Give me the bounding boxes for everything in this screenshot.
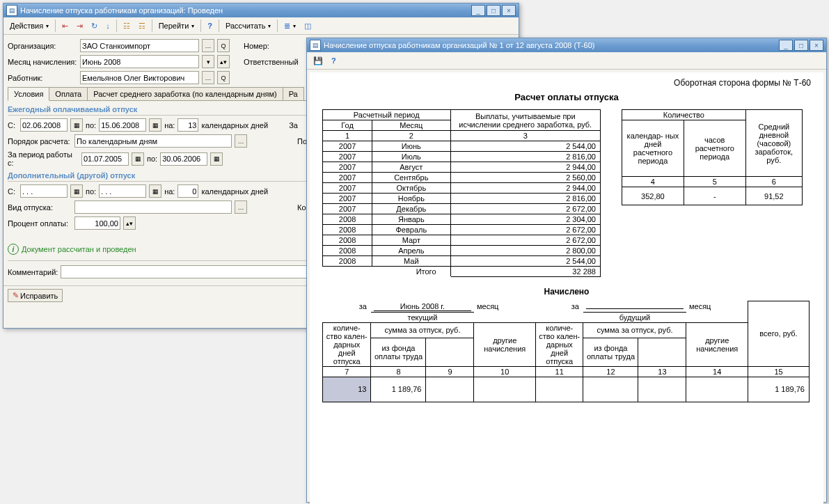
num-label: Номер: (244, 42, 271, 50)
report-title: Расчет оплаты отпуска (322, 92, 811, 102)
pct-input[interactable] (74, 216, 120, 230)
t1-total: 32 288 (450, 267, 601, 277)
goto-menu[interactable]: Перейти▾ (155, 18, 198, 33)
t1-h1: Расчетный период (323, 110, 451, 120)
emp-label: Работник: (8, 74, 77, 82)
emp-select-button[interactable]: … (202, 71, 214, 84)
month-label: Месяц начисления: (8, 58, 77, 66)
date-from2-input[interactable] (20, 184, 68, 198)
window-icon: ▤ (6, 5, 17, 16)
pct-spin-button[interactable]: ▴▾ (123, 216, 136, 230)
period-from-cal-icon[interactable]: ▦ (132, 152, 144, 166)
report-header: Оборотная сторона формы № Т-60 (322, 78, 811, 88)
emp-open-button[interactable]: Q (217, 71, 230, 84)
t2-h1: календар- ных дней расчетного периода (622, 120, 684, 177)
refresh-icon[interactable]: ↻ (88, 18, 101, 33)
list-icon[interactable]: ≣▾ (281, 18, 299, 33)
form-icon[interactable]: ◫ (301, 18, 315, 33)
pct-label: Процент оплаты: (8, 219, 72, 228)
days2-unit-label: календарных дней (201, 187, 268, 196)
period-from-input[interactable] (81, 152, 129, 166)
acc-total-h: всего, руб. (748, 301, 810, 367)
report-minimize-button[interactable]: _ (779, 40, 793, 51)
org-open-button[interactable]: Q (217, 39, 230, 52)
post-icon[interactable]: ↓ (102, 18, 113, 33)
close-button[interactable]: × (502, 5, 516, 16)
save-icon[interactable]: 💾 (310, 53, 326, 68)
actions-menu[interactable]: Действия▾ (6, 18, 52, 33)
accrued-table: за Июнь 2008 г. месяц за месяц всего, ру… (322, 301, 810, 402)
type-label: Вид отпуска: (8, 203, 72, 212)
minimize-button[interactable]: _ (471, 5, 485, 16)
za-label: За (289, 121, 298, 129)
days-input[interactable] (177, 118, 198, 132)
comment-label: Комментарий: (8, 268, 58, 276)
report-toolbar: 💾 ? (307, 52, 826, 70)
report-close-button[interactable]: × (810, 40, 823, 51)
org-select-button[interactable]: … (202, 39, 214, 52)
type-input[interactable] (74, 200, 232, 214)
date-from-input[interactable] (20, 118, 68, 132)
period-to-cal-icon[interactable]: ▦ (210, 152, 223, 166)
org-label: Организация: (8, 42, 77, 50)
date-to-input[interactable] (99, 118, 146, 132)
report-body: Оборотная сторона формы № Т-60 Расчет оп… (310, 72, 823, 504)
org-input[interactable] (80, 39, 199, 52)
date-to2-cal-icon[interactable]: ▦ (149, 184, 161, 198)
t1-h2: Выплаты, учитываемые при исчислении сред… (450, 110, 601, 131)
to2-label: по: (86, 187, 96, 196)
t1-year-h: Год (323, 120, 372, 131)
period-to-input[interactable] (160, 152, 207, 166)
report-window: ▤ Начисление отпуска работникам организа… (306, 38, 827, 503)
on-label: на: (164, 121, 175, 129)
report-window-title: Начисление отпуска работникам организаци… (324, 41, 779, 49)
from2-label: С: (8, 187, 17, 196)
structure-icon[interactable]: ☷ (120, 18, 134, 33)
tab-avg[interactable]: Расчет среднего заработка (по календарны… (87, 87, 283, 100)
period-label: За период работы с: (8, 150, 79, 167)
t1-month-h: Месяц (372, 120, 450, 131)
qty-table: Количество Средний дневной (часовой) зар… (622, 109, 803, 205)
t1-total-label: Итого (323, 267, 451, 277)
month-spin-button[interactable]: ▴▾ (217, 55, 230, 68)
month-input[interactable] (80, 55, 199, 68)
order-label: Порядок расчета: (8, 137, 72, 145)
fix-button[interactable]: ✎Исправить (8, 289, 63, 302)
type-select-button[interactable]: … (235, 200, 247, 214)
report-window-icon: ▤ (310, 40, 321, 51)
date-from-cal-icon[interactable]: ▦ (70, 118, 83, 132)
window-title: Начисление отпуска работникам организаци… (20, 6, 471, 15)
status-text: Документ рассчитан и проведен (22, 245, 136, 253)
back-icon[interactable]: ⇤ (58, 18, 72, 33)
month-dd-button[interactable]: ▾ (202, 55, 214, 68)
days-unit-label: календарных дней (201, 121, 268, 129)
tree-icon[interactable]: ☶ (135, 18, 149, 33)
tab-conditions[interactable]: Условия (8, 87, 49, 101)
calc-menu[interactable]: Рассчитать▾ (222, 18, 274, 33)
period-to-label: по: (147, 155, 157, 163)
maximize-button[interactable]: □ (487, 5, 500, 16)
order-select-button[interactable]: … (235, 134, 247, 148)
tab-more[interactable]: Ра (283, 87, 304, 100)
resp-label: Ответственный (244, 58, 306, 66)
forward-icon[interactable]: ⇥ (73, 18, 86, 33)
t2-h3: Средний дневной (часовой) заработок, руб… (745, 110, 802, 177)
accrued-title: Начислено (322, 287, 811, 297)
days2-input[interactable] (177, 184, 198, 198)
from-label: С: (8, 121, 17, 129)
order-input[interactable] (74, 134, 232, 148)
date-from2-cal-icon[interactable]: ▦ (70, 184, 83, 198)
emp-input[interactable] (80, 71, 199, 84)
date-to2-input[interactable] (99, 184, 146, 198)
date-to-cal-icon[interactable]: ▦ (149, 118, 161, 132)
t2-h: Количество (622, 110, 746, 120)
on2-label: на: (164, 187, 175, 196)
report-maximize-button[interactable]: □ (794, 40, 808, 51)
toolbar: Действия▾ ⇤ ⇥ ↻ ↓ ☷ ☶ Перейти▾ ? Рассчит… (3, 17, 519, 35)
report-help-icon[interactable]: ? (328, 53, 340, 68)
tab-payment[interactable]: Оплата (49, 87, 88, 100)
to-label: по: (86, 121, 96, 129)
help-icon[interactable]: ? (204, 18, 216, 33)
report-titlebar: ▤ Начисление отпуска работникам организа… (307, 38, 826, 52)
titlebar: ▤ Начисление отпуска работникам организа… (3, 3, 519, 17)
